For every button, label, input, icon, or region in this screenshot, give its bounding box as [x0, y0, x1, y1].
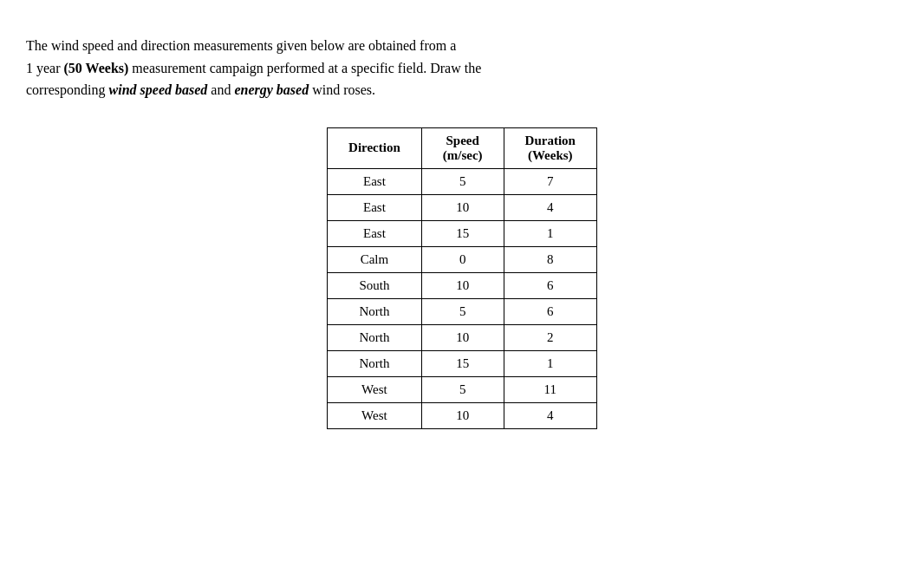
cell-direction: Calm [328, 246, 422, 272]
table-row: West104 [328, 402, 597, 428]
cell-speed: 5 [421, 168, 504, 194]
table-row: East57 [328, 168, 597, 194]
table-row: East104 [328, 194, 597, 220]
table-row: South106 [328, 272, 597, 298]
cell-speed: 15 [421, 220, 504, 246]
intro-wind-speed-based: wind speed based [109, 82, 208, 97]
cell-duration: 6 [504, 272, 596, 298]
table-header-row: Direction Speed (m/sec) Duration (Weeks) [328, 127, 597, 168]
table-row: Calm08 [328, 246, 597, 272]
cell-direction: North [328, 298, 422, 324]
intro-energy-based: energy based [234, 82, 309, 97]
cell-speed: 5 [421, 298, 504, 324]
intro-paragraph: The wind speed and direction measurement… [26, 35, 898, 101]
header-direction: Direction [328, 127, 422, 168]
intro-line3-prefix: corresponding [26, 82, 109, 97]
intro-50weeks: (50 Weeks) [64, 61, 129, 75]
table-container: Direction Speed (m/sec) Duration (Weeks)… [26, 127, 898, 429]
header-speed: Speed (m/sec) [421, 127, 504, 168]
cell-duration: 4 [504, 194, 596, 220]
table-row: North151 [328, 350, 597, 376]
header-duration: Duration (Weeks) [504, 127, 596, 168]
cell-duration: 4 [504, 402, 596, 428]
cell-duration: 2 [504, 324, 596, 350]
cell-speed: 10 [421, 324, 504, 350]
cell-speed: 10 [421, 402, 504, 428]
cell-speed: 15 [421, 350, 504, 376]
intro-line2-prefix: 1 year [26, 61, 64, 75]
cell-duration: 8 [504, 246, 596, 272]
cell-speed: 10 [421, 194, 504, 220]
cell-speed: 10 [421, 272, 504, 298]
page-container: The wind speed and direction measurement… [0, 0, 924, 464]
intro-and: and [207, 82, 234, 97]
table-row: West511 [328, 376, 597, 402]
cell-duration: 6 [504, 298, 596, 324]
cell-speed: 0 [421, 246, 504, 272]
intro-line3-suffix: wind roses. [309, 82, 375, 97]
cell-direction: East [328, 194, 422, 220]
wind-data-table: Direction Speed (m/sec) Duration (Weeks)… [327, 127, 597, 429]
intro-line1: The wind speed and direction measurement… [26, 38, 456, 53]
table-row: North102 [328, 324, 597, 350]
cell-direction: East [328, 168, 422, 194]
cell-duration: 1 [504, 350, 596, 376]
cell-duration: 7 [504, 168, 596, 194]
table-body: East57East104East151Calm08South106North5… [328, 168, 597, 428]
cell-direction: West [328, 376, 422, 402]
cell-direction: West [328, 402, 422, 428]
cell-direction: East [328, 220, 422, 246]
cell-duration: 11 [504, 376, 596, 402]
cell-direction: North [328, 350, 422, 376]
cell-direction: South [328, 272, 422, 298]
cell-duration: 1 [504, 220, 596, 246]
cell-speed: 5 [421, 376, 504, 402]
table-row: East151 [328, 220, 597, 246]
cell-direction: North [328, 324, 422, 350]
intro-line2-suffix: measurement campaign performed at a spec… [128, 61, 481, 75]
table-row: North56 [328, 298, 597, 324]
